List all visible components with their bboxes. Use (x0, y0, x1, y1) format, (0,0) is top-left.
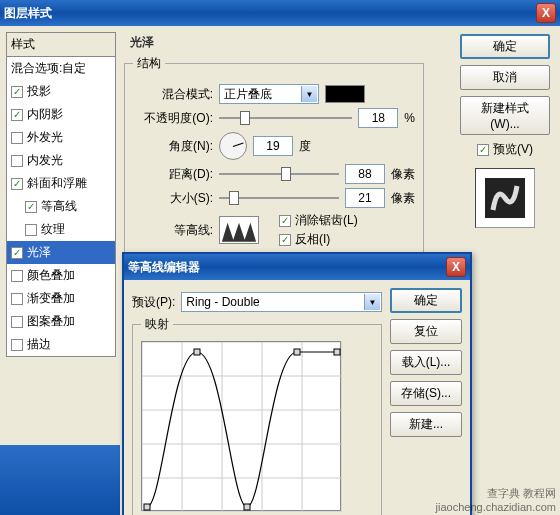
style-item-9[interactable]: 渐变叠加 (7, 287, 115, 310)
color-swatch[interactable] (325, 85, 365, 103)
dialog-title: 图层样式 (4, 5, 52, 22)
style-item-label: 渐变叠加 (27, 290, 75, 307)
structure-group: 结构 混合模式: 正片叠底 ▼ 不透明度(O): 18 % 角度(N): 19 … (124, 55, 424, 261)
contour-save-button[interactable]: 存储(S)... (390, 381, 462, 406)
size-input[interactable]: 21 (345, 188, 385, 208)
checkbox-icon (11, 270, 23, 282)
mapping-legend: 映射 (141, 316, 173, 333)
svg-rect-13 (144, 504, 150, 510)
preview-check[interactable]: 预览(V) (460, 141, 550, 158)
checkbox-icon (11, 132, 23, 144)
contour-close-button[interactable]: X (446, 257, 466, 277)
style-item-5[interactable]: 等高线 (7, 195, 115, 218)
style-item-label: 斜面和浮雕 (27, 175, 87, 192)
opacity-slider[interactable] (219, 109, 352, 127)
close-icon: X (452, 260, 460, 274)
size-slider[interactable] (219, 189, 339, 207)
size-unit: 像素 (391, 190, 415, 207)
contour-ok-button[interactable]: 确定 (390, 288, 462, 313)
svg-rect-15 (244, 504, 250, 510)
checkbox-icon (11, 86, 23, 98)
style-item-10[interactable]: 图案叠加 (7, 310, 115, 333)
contour-load-button[interactable]: 载入(L)... (390, 350, 462, 375)
angle-unit: 度 (299, 138, 311, 155)
style-item-3[interactable]: 内发光 (7, 149, 115, 172)
angle-dial[interactable] (219, 132, 247, 160)
structure-legend: 结构 (133, 55, 165, 72)
style-item-label: 等高线 (41, 198, 77, 215)
style-item-1[interactable]: 内阴影 (7, 103, 115, 126)
checkbox-icon (11, 155, 23, 167)
distance-slider[interactable] (219, 165, 339, 183)
checkbox-icon (477, 144, 489, 156)
checkbox-icon (11, 339, 23, 351)
obscured-corner (0, 445, 120, 515)
contour-new-button[interactable]: 新建... (390, 412, 462, 437)
invert-check[interactable]: 反相(I) (279, 231, 358, 248)
style-item-label: 图案叠加 (27, 313, 75, 330)
blend-mode-select[interactable]: 正片叠底 ▼ (219, 84, 319, 104)
style-item-0[interactable]: 投影 (7, 80, 115, 103)
contour-picker[interactable] (219, 216, 259, 244)
style-item-label: 纹理 (41, 221, 65, 238)
checkbox-icon (11, 293, 23, 305)
opacity-unit: % (404, 111, 415, 125)
style-item-label: 投影 (27, 83, 51, 100)
contour-label: 等高线: (133, 222, 213, 239)
watermark: 查字典 教程网 jiaocheng.chazidian.com (436, 486, 556, 513)
dialog-buttons: 确定 取消 新建样式(W)... 预览(V) (460, 34, 550, 228)
style-item-label: 内阴影 (27, 106, 63, 123)
antialias-check[interactable]: 消除锯齿(L) (279, 212, 358, 229)
styles-header: 样式 (7, 33, 115, 57)
blend-mode-label: 混合模式: (133, 86, 213, 103)
size-label: 大小(S): (133, 190, 213, 207)
style-item-11[interactable]: 描边 (7, 333, 115, 356)
svg-rect-14 (194, 349, 200, 355)
style-item-label: 外发光 (27, 129, 63, 146)
style-item-6[interactable]: 纹理 (7, 218, 115, 241)
dialog-titlebar: 图层样式 X (0, 0, 560, 26)
checkbox-icon (11, 316, 23, 328)
checkbox-icon (25, 201, 37, 213)
contour-editor-title: 等高线编辑器 (128, 259, 200, 276)
checkbox-icon (279, 234, 291, 246)
distance-label: 距离(D): (133, 166, 213, 183)
style-item-label: 光泽 (27, 244, 51, 261)
mapping-group: 映射 (132, 316, 382, 515)
style-item-label: 颜色叠加 (27, 267, 75, 284)
svg-rect-17 (334, 349, 340, 355)
close-icon: X (542, 6, 550, 20)
contour-reset-button[interactable]: 复位 (390, 319, 462, 344)
opacity-label: 不透明度(O): (133, 110, 213, 127)
blend-options-item[interactable]: 混合选项:自定 (7, 57, 115, 80)
styles-sidebar: 样式 混合选项:自定 投影内阴影外发光内发光斜面和浮雕等高线纹理光泽颜色叠加渐变… (6, 32, 116, 357)
checkbox-icon (279, 215, 291, 227)
chevron-down-icon: ▼ (364, 294, 380, 310)
close-button[interactable]: X (536, 3, 556, 23)
checkbox-icon (11, 109, 23, 121)
style-item-7[interactable]: 光泽 (7, 241, 115, 264)
svg-rect-16 (294, 349, 300, 355)
angle-label: 角度(N): (133, 138, 213, 155)
ok-button[interactable]: 确定 (460, 34, 550, 59)
distance-input[interactable]: 88 (345, 164, 385, 184)
opacity-input[interactable]: 18 (358, 108, 398, 128)
cancel-button[interactable]: 取消 (460, 65, 550, 90)
contour-curve-editor[interactable] (141, 341, 341, 511)
style-item-2[interactable]: 外发光 (7, 126, 115, 149)
distance-unit: 像素 (391, 166, 415, 183)
style-item-4[interactable]: 斜面和浮雕 (7, 172, 115, 195)
new-style-button[interactable]: 新建样式(W)... (460, 96, 550, 135)
chevron-down-icon: ▼ (301, 86, 317, 102)
contour-editor-titlebar: 等高线编辑器 X (124, 254, 470, 280)
style-item-label: 描边 (27, 336, 51, 353)
checkbox-icon (25, 224, 37, 236)
checkbox-icon (11, 178, 23, 190)
contour-editor-dialog: 等高线编辑器 X 预设(P): Ring - Double ▼ 映射 (122, 252, 472, 515)
checkbox-icon (11, 247, 23, 259)
preset-select[interactable]: Ring - Double ▼ (181, 292, 382, 312)
style-item-8[interactable]: 颜色叠加 (7, 264, 115, 287)
preview-thumbnail (475, 168, 535, 228)
preset-label: 预设(P): (132, 294, 175, 311)
angle-input[interactable]: 19 (253, 136, 293, 156)
